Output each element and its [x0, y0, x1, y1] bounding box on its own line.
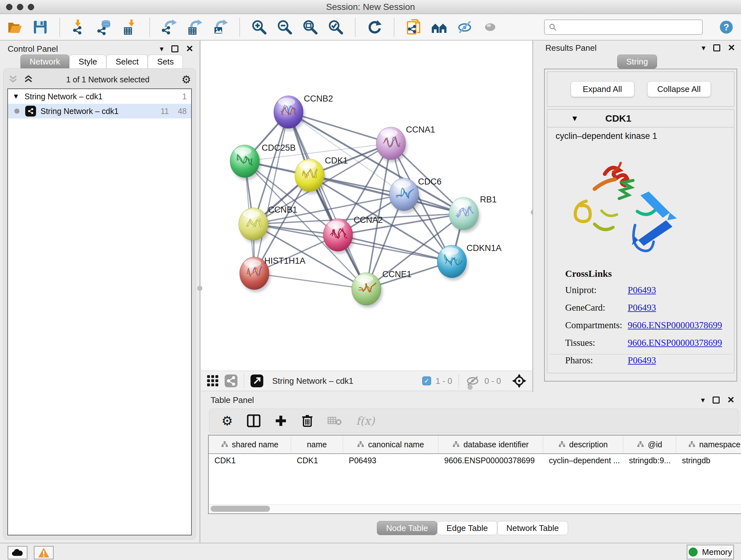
node-CDC25B[interactable] [230, 145, 261, 180]
detach-view-icon[interactable] [250, 374, 264, 388]
tab-network[interactable]: Network [20, 55, 69, 69]
column-header-canonical-name[interactable]: canonical name [343, 435, 439, 453]
show-columns-icon[interactable] [247, 415, 260, 427]
table-cell[interactable]: P06493 [343, 454, 439, 468]
memory-button[interactable]: Memory [687, 545, 734, 559]
function-builder-icon[interactable]: f(x) [356, 415, 375, 427]
crosslink-link[interactable]: 9606.ENSP00000378699 [628, 320, 722, 330]
import-table-button[interactable] [121, 18, 139, 36]
birds-eye-button[interactable] [481, 18, 499, 36]
panel-float-icon[interactable] [713, 396, 720, 403]
table-cell[interactable]: stringdb:9... [623, 454, 676, 468]
import-database-button[interactable] [96, 18, 114, 36]
column-header-database-identifier[interactable]: database identifier [439, 435, 543, 453]
network-collection-row[interactable]: ▼ String Network – cdk1 1 [8, 89, 191, 104]
help-button[interactable]: ? [718, 18, 735, 36]
tab-string[interactable]: String [617, 55, 657, 69]
panel-menu-caret-icon[interactable]: ▾ [159, 44, 163, 53]
column-header-namespace[interactable]: namespace [676, 435, 741, 453]
zoom-in-button[interactable] [250, 18, 268, 36]
node-CDC6[interactable] [389, 178, 420, 213]
tab-style[interactable]: Style [69, 55, 106, 69]
node-RB1[interactable] [449, 197, 480, 233]
table-hscrollbar[interactable] [209, 504, 741, 513]
crosslink-link[interactable]: 9606.ENSP00000378699 [628, 337, 722, 348]
export-image-button[interactable] [211, 18, 229, 36]
open-session-button[interactable] [6, 18, 23, 36]
column-header-name[interactable]: name [291, 435, 343, 453]
delete-table-icon[interactable] [327, 415, 342, 426]
network-canvas[interactable]: CCNB2 CCNA1 CDC25B CDK1 CDC6 RB1 CCNB1 [201, 41, 532, 371]
table-options-gear-icon[interactable]: ⚙ [221, 414, 233, 428]
table-cell[interactable]: 9606.ENSP00000378699 [439, 454, 543, 468]
table-cell[interactable]: cyclin–dependent ... [543, 454, 623, 468]
import-network-button[interactable] [70, 18, 88, 36]
column-header--id[interactable]: @id [623, 435, 676, 453]
table-cell[interactable]: CDK1 [209, 454, 291, 468]
expand-all-icon[interactable] [23, 75, 34, 84]
edge-CCNB2-HIST1H1A[interactable] [254, 112, 288, 273]
add-column-icon[interactable] [274, 415, 287, 427]
left-splitter-handle[interactable] [197, 286, 202, 291]
panel-menu-caret-icon[interactable]: ▾ [701, 395, 704, 405]
search-box[interactable] [544, 19, 703, 35]
zoom-fit-button[interactable] [301, 18, 319, 36]
column-header-shared-name[interactable]: shared name [209, 435, 291, 453]
tab-edge-table[interactable]: Edge Table [437, 521, 497, 535]
node-CCNB2[interactable] [274, 96, 305, 131]
zoom-out-button[interactable] [276, 18, 293, 36]
table-cell[interactable]: stringdb [676, 454, 741, 468]
cloud-button[interactable] [8, 546, 27, 559]
search-input[interactable] [557, 21, 698, 34]
warnings-button[interactable] [34, 546, 54, 559]
panel-close-icon[interactable]: ✕ [728, 44, 735, 51]
crosslink-link[interactable]: P06493 [628, 355, 656, 366]
column-header-description[interactable]: description [543, 435, 623, 453]
collapse-all-button[interactable]: Collapse All [647, 81, 711, 97]
node-CDKN1A[interactable] [437, 245, 468, 280]
panel-menu-caret-icon[interactable]: ▾ [701, 44, 705, 52]
gene-section-header[interactable]: ▼ CDK1 [547, 110, 734, 127]
horizontal-splitter-handle[interactable] [468, 385, 473, 390]
control-panel: Control Panel ▾ ✕ NetworkStyleSelectSets… [0, 41, 199, 543]
houses-button[interactable] [430, 18, 448, 36]
node-CDK1[interactable] [295, 159, 326, 194]
node-CCNA1[interactable] [376, 127, 407, 162]
string-document-button[interactable] [405, 18, 422, 36]
network-graph[interactable]: CCNB2 CCNA1 CDC25B CDK1 CDC6 RB1 CCNB1 [201, 41, 532, 371]
tab-node-table[interactable]: Node Table [377, 521, 437, 535]
tab-sets[interactable]: Sets [148, 55, 183, 69]
export-table-button[interactable] [186, 18, 204, 36]
refresh-button[interactable] [366, 18, 384, 36]
network-options-gear-icon[interactable]: ⚙ [182, 73, 191, 86]
tab-select[interactable]: Select [106, 55, 148, 69]
section-caret-icon[interactable]: ▼ [571, 114, 579, 123]
tab-network-table[interactable]: Network Table [497, 521, 568, 535]
eye-slash-button[interactable] [456, 18, 474, 36]
edge-HIST1H1A-CCNE1[interactable] [254, 273, 366, 289]
panel-float-icon[interactable] [172, 45, 179, 52]
export-network-button[interactable] [160, 18, 178, 36]
table-row[interactable]: CDK1CDK1P064939606.ENSP00000378699cyclin… [209, 454, 741, 468]
delete-column-trash-icon[interactable] [301, 414, 313, 428]
crosslink-link[interactable]: P06493 [628, 285, 656, 295]
birds-eye-crosshair-icon[interactable] [511, 373, 527, 389]
panel-close-icon[interactable]: ✕ [186, 45, 193, 52]
left-splitter[interactable] [199, 41, 200, 543]
share-view-icon[interactable] [224, 374, 238, 388]
table-hscrollbar-thumb[interactable] [211, 506, 270, 512]
node-CCNE1[interactable] [352, 273, 383, 308]
crosslink-link[interactable]: P06493 [628, 302, 656, 313]
panel-close-icon[interactable]: ✕ [727, 396, 735, 403]
grid-view-icon[interactable] [206, 374, 219, 388]
zoom-selected-button[interactable] [327, 18, 345, 36]
collapse-all-icon[interactable] [8, 75, 19, 84]
save-session-button[interactable] [31, 18, 49, 36]
selected-checkbox-icon[interactable]: ✓ [422, 376, 431, 385]
edge-CCNA2-CDKN1A[interactable] [338, 235, 452, 261]
table-cell[interactable]: CDK1 [291, 454, 343, 468]
panel-float-icon[interactable] [713, 44, 720, 51]
network-row[interactable]: String Network – cdk1 11 48 [8, 104, 191, 118]
expand-all-button[interactable]: Expand All [570, 81, 634, 97]
tree-expand-caret-icon[interactable]: ▼ [12, 92, 19, 101]
